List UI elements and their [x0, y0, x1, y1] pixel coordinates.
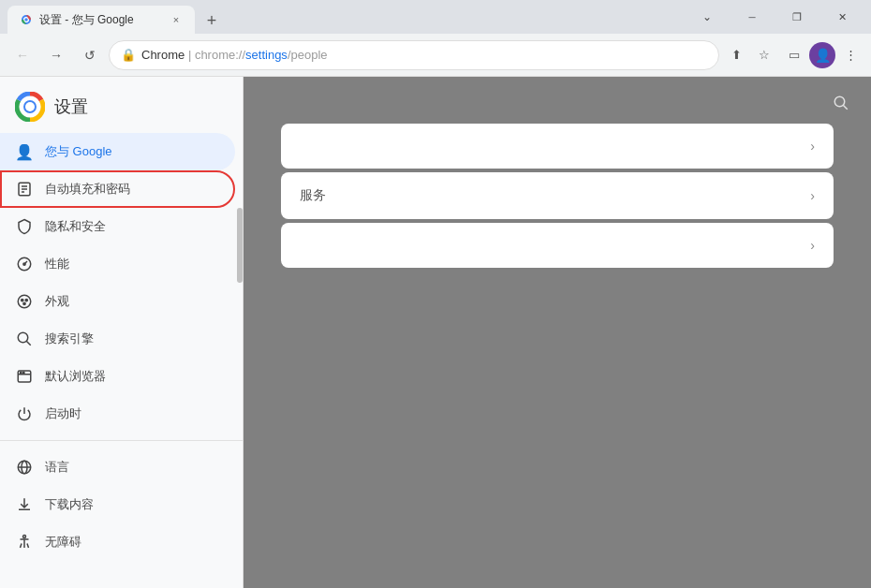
content-area: › 服务 › › — [244, 77, 871, 588]
forward-icon: → — [50, 48, 63, 63]
chevron-down-icon: ⌄ — [702, 10, 712, 23]
sidebar-item-appearance[interactable]: 外观 — [0, 283, 235, 320]
settings-card-2: 服务 › — [281, 172, 834, 219]
sidebar-icon: ▭ — [789, 48, 800, 62]
menu-button[interactable]: ⋮ — [837, 42, 864, 68]
bookmark-icon: ☆ — [759, 48, 770, 62]
shield-icon — [15, 217, 34, 236]
active-tab[interactable]: 设置 - 您与 Google × — [7, 6, 195, 34]
settings-title: 设置 — [54, 96, 88, 118]
restore-button[interactable] — [775, 3, 819, 31]
minimize-icon — [748, 10, 755, 23]
svg-line-20 — [26, 341, 31, 345]
address-text: Chrome | chrome://settings/people — [141, 48, 707, 62]
profile-avatar[interactable]: 👤 — [809, 42, 835, 68]
sidebar-item-people[interactable]: 👤 您与 Google — [0, 133, 235, 170]
tab-favicon — [19, 12, 34, 27]
sidebar-item-performance[interactable]: 性能 — [0, 245, 235, 283]
svg-point-19 — [18, 332, 28, 343]
sidebar-item-autofill[interactable]: 自动填充和密码 — [0, 170, 235, 208]
svg-point-17 — [25, 299, 27, 301]
settings-header: 设置 — [0, 77, 243, 133]
chrome-label: Chrome — [141, 48, 185, 62]
svg-point-15 — [18, 295, 31, 308]
search-settings-icon — [833, 95, 849, 111]
scroll-thumb[interactable] — [237, 208, 243, 283]
search-nav-icon — [15, 330, 34, 348]
address-bar: ← → ↺ 🔒 Chrome | chrome://settings/peopl… — [0, 34, 871, 77]
svg-point-4 — [24, 18, 28, 22]
new-tab-button[interactable]: + — [199, 7, 225, 34]
sidebar-label-accessibility: 无障碍 — [45, 534, 81, 551]
svg-point-28 — [23, 536, 26, 538]
window-controls: ⌄ — [686, 3, 864, 31]
menu-icon: ⋮ — [845, 48, 857, 62]
language-icon — [15, 458, 34, 477]
sidebar-item-search[interactable]: 搜索引擎 — [0, 320, 235, 358]
minimize-button[interactable] — [731, 3, 774, 31]
speed-icon — [15, 255, 34, 273]
sidebar: 设置 👤 您与 Google 自动填充和密码 — [0, 77, 244, 588]
address-separator: | — [188, 48, 195, 62]
scroll-indicator — [237, 77, 243, 588]
main-layout: 设置 👤 您与 Google 自动填充和密码 — [0, 77, 871, 588]
sidebar-label-search: 搜索引擎 — [45, 331, 94, 347]
person-icon: 👤 — [15, 142, 34, 161]
card-row-2-text: 服务 — [300, 187, 810, 204]
sidebar-button[interactable]: ▭ — [781, 42, 807, 68]
sidebar-label-autofill: 自动填充和密码 — [45, 181, 130, 198]
restore-icon — [792, 10, 802, 23]
search-settings-button[interactable] — [826, 88, 856, 118]
address-scheme: chrome:// — [195, 48, 245, 62]
settings-card-3: › — [281, 223, 834, 268]
svg-point-23 — [21, 372, 22, 374]
svg-point-18 — [23, 302, 25, 304]
sidebar-label-privacy: 隐私和安全 — [45, 218, 106, 235]
tab-title: 设置 - 您与 Google — [39, 12, 134, 28]
palette-icon — [15, 292, 34, 311]
close-button[interactable] — [820, 3, 864, 31]
lock-icon: 🔒 — [121, 48, 136, 62]
power-icon — [15, 404, 34, 423]
sidebar-label-appearance: 外观 — [45, 293, 69, 310]
svg-point-14 — [23, 263, 25, 265]
card-row-3[interactable]: › — [281, 223, 834, 268]
title-bar: 设置 - 您与 Google × + ⌄ — [0, 0, 871, 34]
sidebar-item-startup[interactable]: 启动时 — [0, 395, 235, 433]
refresh-button[interactable]: ↺ — [75, 40, 105, 70]
sidebar-item-privacy[interactable]: 隐私和安全 — [0, 208, 235, 245]
sidebar-item-language[interactable]: 语言 — [0, 448, 235, 486]
address-actions: ⬆ ☆ — [723, 42, 777, 68]
avatar-icon: 👤 — [815, 48, 831, 63]
sidebar-label-startup: 启动时 — [45, 405, 81, 422]
chrome-logo — [15, 92, 45, 122]
address-input[interactable]: 🔒 Chrome | chrome://settings/people — [109, 40, 719, 70]
forward-button[interactable]: → — [41, 40, 71, 70]
share-icon: ⬆ — [731, 48, 742, 62]
card-row-2[interactable]: 服务 › — [281, 172, 834, 219]
card-row-1[interactable]: › — [281, 124, 834, 169]
back-button[interactable]: ← — [7, 40, 37, 70]
accessible-icon — [15, 533, 34, 551]
bookmark-button[interactable]: ☆ — [751, 42, 777, 68]
sidebar-label-browser: 默认浏览器 — [45, 368, 106, 385]
settings-card-1: › — [281, 124, 834, 169]
svg-line-30 — [843, 105, 848, 110]
sidebar-item-browser[interactable]: 默认浏览器 — [0, 358, 235, 395]
tab-close-button[interactable]: × — [169, 12, 184, 27]
download-icon — [15, 495, 34, 514]
refresh-icon: ↺ — [84, 48, 96, 63]
svg-point-16 — [22, 299, 23, 301]
sidebar-label-people: 您与 Google — [45, 143, 112, 160]
card-chevron-3: › — [810, 238, 815, 253]
sidebar-label-downloads: 下载内容 — [45, 496, 94, 513]
sidebar-item-accessibility[interactable]: 无障碍 — [0, 523, 235, 561]
share-button[interactable]: ⬆ — [723, 42, 749, 68]
sidebar-label-language: 语言 — [45, 459, 69, 476]
autofill-icon — [15, 180, 34, 198]
cards-area: › 服务 › › — [244, 77, 871, 287]
sidebar-item-downloads[interactable]: 下载内容 — [0, 486, 235, 523]
address-path: settings — [245, 48, 288, 62]
close-icon — [838, 10, 847, 23]
chevron-down-button[interactable]: ⌄ — [686, 3, 729, 31]
